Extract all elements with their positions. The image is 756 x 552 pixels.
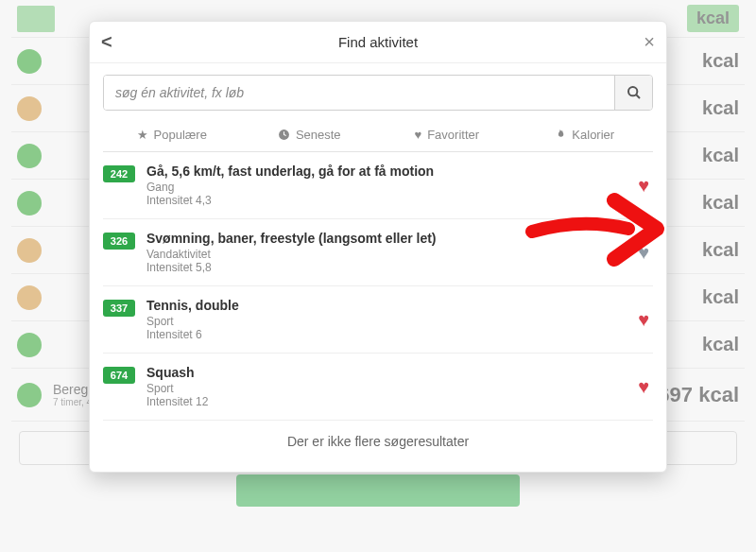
result-item[interactable]: 242 Gå, 5,6 km/t, fast underlag, gå for … [103, 152, 653, 219]
star-icon: ★ [137, 128, 148, 142]
close-icon: × [644, 31, 655, 53]
modal-header: < Find aktivitet × [90, 22, 666, 63]
tab-recent[interactable]: Seneste [241, 120, 379, 151]
tab-label: Favoritter [427, 128, 479, 142]
result-item[interactable]: 337 Tennis, double Sport Intensitet 6 ♥ [103, 286, 653, 354]
svg-point-0 [628, 87, 637, 95]
result-category: Sport [146, 382, 627, 395]
result-item[interactable]: 326 Svømning, baner, freestyle (langsomt… [103, 219, 653, 286]
results-list: 242 Gå, 5,6 km/t, fast underlag, gå for … [103, 152, 653, 421]
result-intensity: Intensitet 5,8 [146, 261, 627, 274]
calorie-badge: 337 [103, 300, 135, 317]
heart-icon: ♥ [638, 376, 649, 397]
modal-title: Find aktivitet [338, 34, 418, 50]
search-wrapper [103, 75, 653, 111]
tab-label: Seneste [296, 128, 341, 142]
back-button[interactable]: < [101, 22, 112, 62]
clock-icon [278, 129, 290, 141]
favorite-toggle[interactable]: ♥ [638, 176, 649, 195]
result-category: Vandaktivitet [146, 248, 627, 261]
result-title: Gå, 5,6 km/t, fast underlag, gå for at f… [146, 164, 627, 179]
tab-calories[interactable]: Kalorier [516, 120, 654, 151]
chevron-left-icon: < [101, 31, 112, 53]
heart-icon: ♥ [638, 175, 649, 196]
svg-line-1 [636, 95, 640, 98]
filter-tabs: ★ Populære Seneste ♥ Favoritter Kalorier [103, 120, 653, 152]
tab-favorites[interactable]: ♥ Favoritter [378, 120, 516, 151]
tab-popular[interactable]: ★ Populære [103, 120, 241, 151]
favorite-toggle[interactable]: ♥ [638, 243, 649, 262]
search-icon [627, 85, 642, 100]
heart-icon: ♥ [414, 128, 421, 142]
favorite-toggle[interactable]: ♥ [638, 310, 649, 329]
no-more-results: Der er ikke flere søgeresultater [103, 421, 653, 466]
find-activity-modal: < Find aktivitet × ★ Populære [89, 21, 667, 473]
tab-label: Kalorier [572, 128, 614, 142]
result-intensity: Intensitet 4,3 [146, 194, 627, 207]
calorie-badge: 242 [103, 165, 135, 182]
search-input[interactable] [104, 76, 614, 110]
favorite-toggle[interactable]: ♥ [638, 377, 649, 396]
result-title: Squash [146, 365, 627, 380]
result-title: Svømning, baner, freestyle (langsomt ell… [146, 231, 627, 246]
heart-icon: ♥ [638, 309, 649, 330]
result-item[interactable]: 674 Squash Sport Intensitet 12 ♥ [103, 354, 653, 421]
result-intensity: Intensitet 6 [146, 328, 627, 341]
calorie-badge: 674 [103, 367, 135, 384]
result-category: Sport [146, 315, 627, 328]
result-title: Tennis, double [146, 298, 627, 313]
heart-icon: ♥ [638, 242, 649, 263]
close-button[interactable]: × [644, 22, 655, 62]
result-intensity: Intensitet 12 [146, 395, 627, 408]
flame-icon [554, 129, 566, 141]
tab-label: Populære [154, 128, 207, 142]
search-button[interactable] [614, 76, 652, 110]
calorie-badge: 326 [103, 233, 135, 250]
result-category: Gang [146, 181, 627, 194]
